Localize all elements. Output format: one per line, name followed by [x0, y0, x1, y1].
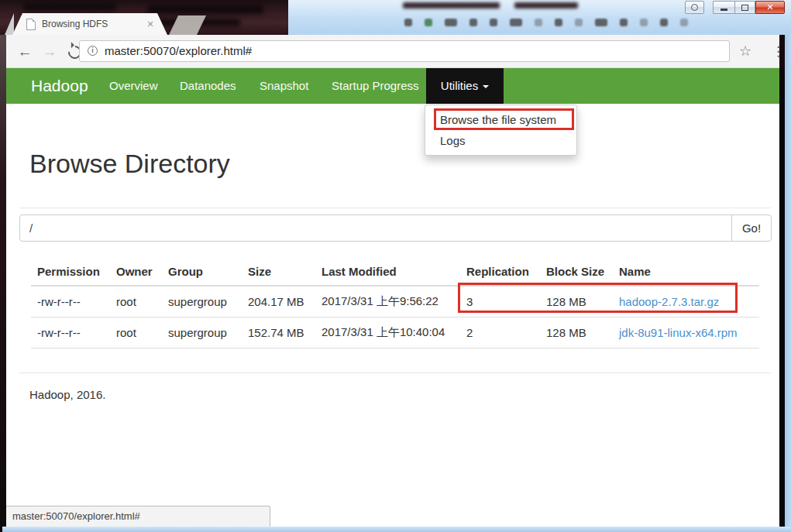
column-header-replication: Replication [460, 258, 540, 286]
maximize-icon [741, 5, 748, 11]
file-link[interactable]: jdk-8u91-linux-x64.rpm [619, 326, 738, 339]
cell-permission: -rw-r--r-- [31, 317, 110, 348]
blurred-window-detail [147, 5, 263, 14]
blurred-toolbar-icon [555, 19, 562, 26]
column-header-owner: Owner [110, 258, 162, 286]
path-input[interactable] [19, 215, 732, 242]
browser-tab[interactable]: Browsing HDFS ✕ [12, 13, 167, 35]
screen: ✕ Browsing HDFS ✕ ← → i master:50070/exp… [0, 0, 791, 532]
nav-item-utilities[interactable]: Utilities [426, 68, 504, 104]
annotation-box-browse-file-system [434, 108, 574, 130]
blurred-toolbar-icon [595, 19, 607, 26]
window-bottom-border [2, 527, 791, 532]
back-button[interactable]: ← [14, 41, 36, 63]
nav-item-utilities-label: Utilities [441, 79, 478, 92]
background-window-edge [785, 35, 791, 532]
close-icon: ✕ [766, 2, 773, 13]
column-header-size: Size [242, 258, 315, 286]
cell-group: supergroup [162, 286, 242, 317]
column-header-last-modified: Last Modified [315, 258, 460, 286]
tab-close-icon[interactable]: ✕ [143, 13, 158, 35]
site-info-icon[interactable]: i [88, 46, 98, 56]
blurred-toolbar-icon [680, 19, 688, 26]
dropdown-item-logs[interactable]: Logs [425, 130, 576, 151]
blurred-toolbar [404, 19, 688, 26]
tab-title: Browsing HDFS [42, 13, 108, 35]
close-window-button[interactable]: ✕ [755, 1, 785, 14]
cell-block-size: 128 MB [540, 317, 613, 348]
blurred-title-text [403, 2, 500, 9]
divider [19, 208, 771, 208]
nav-item-overview[interactable]: Overview [109, 68, 158, 104]
blurred-toolbar-icon [575, 19, 583, 26]
maximize-button[interactable] [734, 1, 755, 14]
cell-owner: root [110, 317, 162, 348]
page-icon [26, 19, 36, 30]
blurred-window-detail [23, 3, 116, 11]
column-header-permission: Permission [31, 258, 110, 286]
desktop-gap [779, 68, 785, 527]
hadoop-navbar: Hadoop Overview Datanodes Snapshot Start… [6, 68, 779, 104]
bookmark-star-icon[interactable]: ☆ [739, 40, 751, 62]
blurred-toolbar-icon [535, 19, 542, 26]
page-content: Hadoop Overview Datanodes Snapshot Start… [6, 68, 779, 527]
status-bar: master:50070/explorer.html# [6, 506, 270, 527]
blurred-toolbar-icon [490, 19, 497, 26]
cell-replication: 2 [460, 317, 540, 348]
titlebar-extra-button[interactable] [685, 1, 704, 14]
url-text: master:50070/explorer.html# [105, 41, 252, 61]
cell-size: 152.74 MB [242, 317, 315, 348]
cell-size: 204.17 MB [242, 286, 315, 317]
blurred-title-text [514, 2, 578, 9]
nav-item-snapshot[interactable]: Snapshot [260, 68, 308, 104]
table-row: -rw-r--r-- root supergroup 152.74 MB 201… [31, 317, 759, 348]
desktop-edge [0, 35, 6, 532]
go-button[interactable]: Go! [731, 215, 772, 242]
browser-menu-icon[interactable]: ⋮ [772, 41, 785, 63]
circle-icon [691, 4, 698, 11]
cell-permission: -rw-r--r-- [31, 286, 110, 317]
cell-owner: root [110, 286, 162, 317]
column-header-group: Group [162, 258, 242, 286]
nav-item-startup-progress[interactable]: Startup Progress [332, 68, 419, 104]
annotation-box-table-row [458, 283, 738, 313]
cell-name: jdk-8u91-linux-x64.rpm [613, 317, 759, 348]
footer-text: Hadoop, 2016. [29, 388, 105, 401]
address-bar[interactable]: i master:50070/explorer.html# [79, 40, 730, 62]
blurred-toolbar-icon [620, 19, 628, 26]
blurred-toolbar-icon [660, 19, 668, 26]
blurred-toolbar-icon [404, 19, 412, 26]
minimize-button[interactable] [713, 1, 734, 14]
blurred-toolbar-icon [510, 19, 522, 26]
cell-group: supergroup [162, 317, 242, 348]
column-header-block-size: Block Size [540, 258, 613, 286]
divider [19, 372, 771, 373]
cell-last-modified: 2017/3/31 上午10:40:04 [315, 317, 460, 348]
minimize-icon [720, 9, 727, 11]
forward-button: → [39, 41, 60, 63]
caret-down-icon [483, 85, 489, 88]
page-title: Browse Directory [29, 149, 230, 178]
blurred-toolbar-icon [469, 19, 477, 26]
nav-item-datanodes[interactable]: Datanodes [180, 68, 236, 104]
column-header-name: Name [613, 258, 759, 286]
blurred-toolbar-icon [640, 19, 648, 26]
blurred-toolbar-icon [445, 19, 457, 26]
cell-last-modified: 2017/3/31 上午9:56:22 [315, 286, 460, 317]
table-header-row: Permission Owner Group Size Last Modifie… [31, 258, 759, 286]
blurred-toolbar-icon [425, 19, 432, 26]
navbar-brand[interactable]: Hadoop [31, 68, 88, 104]
browser-toolbar: ← → i master:50070/explorer.html# ☆ ⋮ [6, 35, 779, 68]
